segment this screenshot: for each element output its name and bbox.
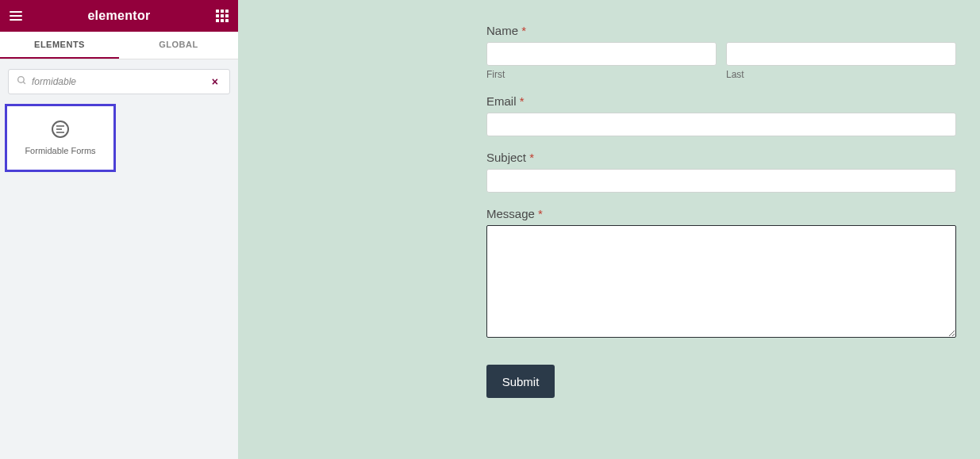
- subject-label: Subject *: [486, 151, 956, 164]
- clear-search-icon[interactable]: ×: [209, 75, 221, 88]
- widgets-list: Formidable Forms: [0, 104, 238, 172]
- brand-logo: elementor: [87, 9, 150, 23]
- message-label: Message *: [486, 207, 956, 220]
- menu-icon[interactable]: [10, 11, 22, 21]
- subject-input[interactable]: [486, 169, 956, 193]
- panel-tabs: ELEMENTS GLOBAL: [0, 32, 238, 59]
- email-label: Email *: [486, 94, 956, 108]
- first-name-input[interactable]: [486, 42, 717, 66]
- field-email: Email *: [486, 94, 956, 136]
- required-mark: *: [538, 207, 543, 220]
- field-name: Name * First Last: [486, 24, 956, 80]
- search-icon: [17, 75, 27, 88]
- search-container: ×: [0, 59, 238, 104]
- required-mark: *: [529, 151, 534, 164]
- widget-label: Formidable Forms: [25, 146, 95, 155]
- elementor-panel: elementor ELEMENTS GLOBAL × Formidable F…: [0, 0, 238, 459]
- first-sublabel: First: [486, 69, 717, 80]
- formidable-icon: [52, 120, 69, 138]
- message-textarea[interactable]: [486, 225, 956, 338]
- panel-header: elementor: [0, 0, 238, 32]
- field-subject: Subject *: [486, 151, 956, 193]
- email-input[interactable]: [486, 113, 956, 136]
- last-sublabel: Last: [726, 69, 956, 80]
- svg-line-1: [23, 82, 25, 84]
- last-name-input[interactable]: [726, 42, 956, 66]
- apps-icon[interactable]: [216, 10, 229, 22]
- required-mark: *: [521, 24, 526, 37]
- submit-button[interactable]: Submit: [486, 365, 555, 398]
- widget-formidable-forms[interactable]: Formidable Forms: [5, 104, 116, 172]
- editor-canvas: Name * First Last Email * S: [238, 0, 980, 459]
- contact-form: Name * First Last Email * S: [486, 24, 956, 398]
- svg-point-0: [18, 77, 25, 83]
- tab-global[interactable]: GLOBAL: [119, 32, 238, 59]
- search-box: ×: [8, 69, 230, 94]
- search-input[interactable]: [32, 76, 209, 87]
- field-message: Message *: [486, 207, 956, 341]
- name-label: Name *: [486, 24, 956, 37]
- required-mark: *: [520, 94, 525, 108]
- tab-elements[interactable]: ELEMENTS: [0, 32, 119, 59]
